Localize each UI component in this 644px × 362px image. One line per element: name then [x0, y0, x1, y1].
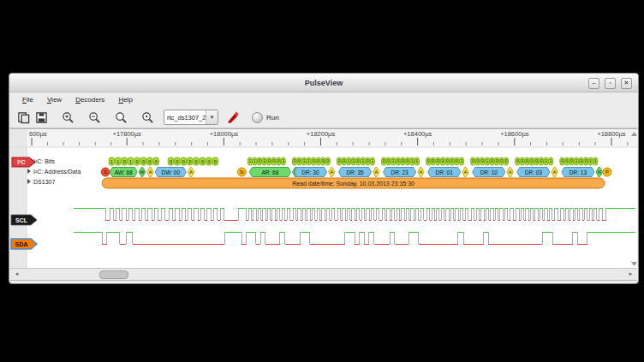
i2c-bit-label: 1: [416, 160, 419, 164]
i2c-bit-label: 0: [188, 159, 191, 164]
scroll-down-arrow-icon[interactable]: [631, 262, 637, 266]
decoder-row-expander-icon[interactable]: [27, 179, 31, 184]
menu-decoders[interactable]: Decoders: [69, 94, 110, 105]
session-selector[interactable]: rtc_ds1307_2 ▾: [164, 110, 218, 125]
ruler-label: +18000µs: [210, 130, 239, 138]
i2c-bit-label: 0: [535, 160, 538, 164]
zoom-fit-icon: [115, 111, 128, 124]
i2c-bit-label: 1: [110, 159, 113, 164]
zoom-in-button[interactable]: [59, 110, 77, 126]
ruler-label: +18800µs: [597, 130, 626, 138]
probe-icon: [226, 110, 240, 124]
i2c-bit-label: 0: [313, 160, 315, 164]
horizontal-scrollbar[interactable]: ◂ ▸: [10, 268, 637, 280]
trace-view: 600µs+17800µs+18000µs+18200µs+18400µs+18…: [10, 128, 637, 281]
time-ruler[interactable]: 600µs+17800µs+18000µs+18200µs+18400µs+18…: [10, 129, 637, 147]
i2c-bit-label: 1: [575, 160, 578, 164]
i2c-bit-label: 0: [387, 160, 390, 164]
i2c-bit-label: 0: [294, 160, 296, 164]
i2c-bit-label: 0: [491, 160, 493, 164]
i2c-bit-label: 0: [526, 160, 528, 164]
i2c-bit-label: 0: [456, 160, 458, 164]
menu-help[interactable]: Help: [112, 94, 138, 105]
i2c-bit-label: 1: [589, 160, 592, 164]
i2c-byte-annotation-label: DR: 03: [525, 169, 543, 175]
i2c-byte-annotation-label: DR: 23: [391, 169, 408, 175]
i2c-bit-label: 0: [317, 160, 319, 164]
i2c-bit-label: 0: [585, 160, 587, 164]
zoom-fit-button[interactable]: [112, 110, 130, 126]
scroll-left-arrow-icon[interactable]: ◂: [11, 269, 22, 279]
i2c-byte-annotation-label: AR: 68: [261, 169, 278, 175]
i2c-bit-label: 0: [272, 160, 275, 164]
i2c-ack-annotation-label: A: [374, 170, 378, 175]
i2c-bit-label: 0: [496, 160, 498, 164]
i2c-bit-label: 0: [505, 160, 508, 164]
i2c-byte-annotation-label: DR: 01: [436, 169, 454, 175]
i2c-bit-label: 0: [343, 160, 345, 164]
i2c-bit-label: 0: [207, 159, 210, 164]
run-button[interactable]: Run: [247, 110, 284, 125]
i2c-bit-label: 1: [461, 160, 463, 164]
i2c-bit-label: 0: [170, 159, 172, 164]
close-button[interactable]: ✕: [621, 78, 632, 89]
hscroll-thumb[interactable]: [99, 270, 128, 279]
i2c-bit-label: 1: [263, 160, 265, 164]
i2c-bit-label: 1: [303, 160, 306, 164]
i2c-bit-label: 0: [338, 160, 341, 164]
i2c-bit-label: 1: [372, 160, 374, 164]
i2c-bit-label: 1: [253, 160, 256, 164]
menu-file[interactable]: File: [16, 94, 39, 105]
window-title: PulseView: [305, 79, 343, 87]
menu-bar: FileViewDecodersHelp: [9, 92, 638, 107]
minimize-button[interactable]: –: [588, 78, 599, 89]
i2c-bit-label: 0: [298, 160, 301, 164]
scroll-right-arrow-icon[interactable]: ▸: [625, 269, 636, 279]
zoom-out-button[interactable]: [86, 110, 104, 126]
i2c-bit-label: 1: [116, 159, 119, 164]
save-file-icon: [35, 111, 48, 124]
decoder-row-label: DS1307: [33, 179, 55, 185]
i2c-bit-label: 0: [322, 160, 325, 164]
i2c-bit-label: 1: [392, 160, 395, 164]
i2c-bit-label: 0: [148, 159, 151, 164]
toolbar: rtc_ds1307_2 ▾ Run: [9, 107, 638, 128]
menu-view[interactable]: View: [41, 94, 68, 105]
i2c-repeat-start-annotation-label: Sr: [240, 170, 244, 175]
maximize-button[interactable]: ▫: [605, 78, 616, 89]
connect-device-button[interactable]: [224, 110, 242, 126]
i2c-bit-label: 0: [481, 160, 484, 164]
i2c-ack-annotation-label: A: [330, 170, 333, 175]
sda-channel-tag[interactable]: SDA: [11, 239, 37, 249]
zoom-one-to-one-icon: [141, 111, 154, 124]
i2c-bit-label: 0: [135, 159, 138, 164]
ds1307-annotation-label: Read date/time: Sunday, 10.03.2013 23:35…: [292, 181, 414, 187]
desktop-background: PulseView – ▫ ✕ FileViewDecodersHelp: [0, 0, 644, 362]
i2c-bit-label: 0: [268, 160, 271, 164]
scl-channel-tag[interactable]: SCL: [11, 215, 37, 225]
save-button[interactable]: [33, 110, 51, 126]
i2c-nack-annotation-label: N: [598, 170, 601, 175]
i2c-ack-annotation-label: A: [189, 170, 193, 175]
i2c-start-annotation-label: S: [104, 170, 107, 175]
window-titlebar[interactable]: PulseView – ▫ ✕: [9, 74, 638, 92]
i2c-bit-label: 1: [282, 160, 284, 164]
i2c-byte-annotation-label: AW: 68: [115, 169, 133, 175]
zoom-one-to-one-button[interactable]: [139, 110, 157, 126]
i2c-bit-label: 0: [397, 160, 399, 164]
decoder-row-expander-icon[interactable]: [27, 169, 31, 174]
session-selector-value: rtc_ds1307_2: [164, 114, 206, 122]
open-button[interactable]: [15, 110, 33, 126]
i2c-bit-label: 1: [307, 160, 310, 164]
sda-trace: [74, 232, 635, 244]
dropdown-arrow-icon[interactable]: ▾: [206, 110, 218, 124]
i2c-bit-label: 0: [277, 160, 280, 164]
i2c-ack-annotation-label: A: [464, 170, 468, 175]
i2c-decoder-tag-label: I²C: [17, 159, 25, 165]
i2c-bit-label: 0: [500, 160, 503, 164]
i2c-bit-label: 0: [367, 160, 369, 164]
i2c-rw-bit-annotation-label: W: [140, 170, 145, 175]
ruler-label: +17800µs: [113, 130, 142, 138]
i2c-bit-label: 0: [259, 160, 261, 164]
ruler-label: 600µs: [29, 130, 47, 138]
